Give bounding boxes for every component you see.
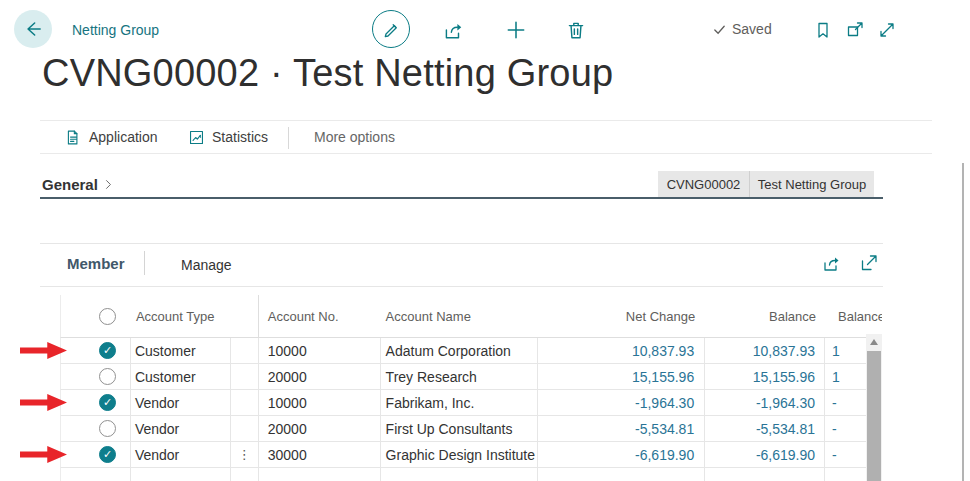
share-button[interactable] xyxy=(441,18,465,42)
open-in-new-icon xyxy=(859,253,879,273)
saved-label: Saved xyxy=(732,21,772,37)
application-action[interactable]: Application xyxy=(65,121,158,153)
more-options-action[interactable]: More options xyxy=(314,121,395,153)
statistics-label: Statistics xyxy=(212,129,268,145)
cell-balance[interactable]: -6,619.90 xyxy=(705,442,825,467)
row-select-checkbox[interactable]: ✓ xyxy=(99,342,116,359)
cell-net-change[interactable]: -5,534.81 xyxy=(538,416,705,441)
column-header-net-change[interactable]: Net Change xyxy=(538,295,705,337)
column-header-account-no[interactable]: Account No. xyxy=(259,295,381,337)
cell-account-name[interactable]: Trey Research xyxy=(381,364,539,389)
action-bar-divider xyxy=(288,127,289,149)
new-button[interactable] xyxy=(504,18,528,42)
row-ellipsis-icon[interactable]: ⋮ xyxy=(238,447,251,462)
cell-account-type[interactable]: Vendor xyxy=(131,416,231,441)
cell-account-no[interactable]: 30000 xyxy=(259,442,381,467)
pencil-icon xyxy=(381,19,401,39)
member-part-title[interactable]: Member xyxy=(67,255,125,272)
table-header-row: Account Type Account No. Account Name Ne… xyxy=(60,295,882,338)
cell-balance-lcy[interactable]: 1 xyxy=(825,338,866,363)
table-row[interactable]: ✓ Vendor ⋮ 30000 Graphic Design Institut… xyxy=(60,442,866,468)
table-row[interactable]: ✓ Customer ⋮ 20000 Trey Research 15,155.… xyxy=(60,364,866,390)
row-select-checkbox[interactable]: ✓ xyxy=(99,368,116,385)
select-all-radio[interactable] xyxy=(99,308,116,325)
cell-balance-lcy[interactable]: - xyxy=(825,390,866,415)
share-icon xyxy=(442,19,464,41)
open-in-window-button[interactable] xyxy=(844,19,866,41)
delete-button[interactable] xyxy=(564,18,588,42)
empty-cell xyxy=(259,468,381,481)
cell-net-change[interactable]: 15,155.96 xyxy=(538,364,705,389)
field-no-value[interactable]: CVNG00002 xyxy=(658,171,750,197)
cell-balance-lcy[interactable]: 1 xyxy=(825,364,866,389)
general-section-header[interactable]: General xyxy=(42,176,115,193)
column-header-balance[interactable]: Balance xyxy=(705,295,825,337)
table-row[interactable]: ✓ Vendor ⋮ 10000 Fabrikam, Inc. -1,964.3… xyxy=(60,390,866,416)
table-row-partial xyxy=(60,468,866,481)
cell-account-type[interactable]: Customer xyxy=(131,364,231,389)
member-share-button[interactable] xyxy=(820,252,842,274)
row-select-checkbox[interactable]: ✓ xyxy=(99,394,116,411)
member-focus-mode-button[interactable] xyxy=(858,252,880,274)
member-header-bottomline xyxy=(40,286,883,287)
cell-net-change[interactable]: -6,619.90 xyxy=(538,442,705,467)
expand-button[interactable] xyxy=(876,19,898,41)
app-caption[interactable]: Netting Group xyxy=(72,22,159,38)
cell-account-type[interactable]: Customer xyxy=(131,338,231,363)
page-title: CVNG00002 · Test Netting Group xyxy=(42,52,613,95)
statistics-action[interactable]: Statistics xyxy=(188,121,268,153)
empty-cell xyxy=(538,468,705,481)
cell-balance[interactable]: -1,964.30 xyxy=(705,390,825,415)
cell-net-change[interactable]: 10,837.93 xyxy=(538,338,705,363)
cell-net-change[interactable]: -1,964.30 xyxy=(538,390,705,415)
scrollbar-thumb[interactable] xyxy=(867,351,881,481)
table-body: ✓ Customer ⋮ 10000 Adatum Corporation 10… xyxy=(60,338,866,481)
field-name-value[interactable]: Test Netting Group xyxy=(750,171,874,197)
cell-account-no[interactable]: 10000 xyxy=(259,390,381,415)
cell-account-no[interactable]: 10000 xyxy=(259,338,381,363)
empty-cell xyxy=(381,468,539,481)
cell-account-no[interactable]: 20000 xyxy=(259,416,381,441)
cell-account-no[interactable]: 20000 xyxy=(259,364,381,389)
cell-account-name[interactable]: Adatum Corporation xyxy=(381,338,539,363)
table-row[interactable]: ✓ Vendor ⋮ 20000 First Up Consultants -5… xyxy=(60,416,866,442)
cell-balance-lcy[interactable]: - xyxy=(825,442,866,467)
edit-button[interactable] xyxy=(372,10,410,48)
column-header-balance-lcy[interactable]: Balance xyxy=(825,295,882,337)
application-icon xyxy=(65,129,82,146)
back-button[interactable] xyxy=(14,10,52,48)
saved-check-icon xyxy=(712,22,727,37)
column-header-account-name[interactable]: Account Name xyxy=(381,295,539,337)
manage-menu[interactable]: Manage xyxy=(181,257,232,273)
general-collapsed-fields: CVNG00002 Test Netting Group xyxy=(658,171,874,197)
empty-cell xyxy=(705,468,825,481)
chevron-right-icon xyxy=(102,178,115,191)
cell-balance-lcy[interactable]: - xyxy=(825,416,866,441)
action-bar: Application Statistics More options xyxy=(40,120,932,154)
empty-cell xyxy=(825,468,866,481)
cell-account-type[interactable]: Vendor xyxy=(131,442,231,467)
row-options-cell: ⋮ xyxy=(231,338,259,363)
cell-account-name[interactable]: Fabrikam, Inc. xyxy=(381,390,539,415)
row-options-cell: ⋮ xyxy=(231,364,259,389)
scrollbar-up-arrow-icon[interactable] xyxy=(866,334,882,349)
row-select-checkbox[interactable]: ✓ xyxy=(99,420,116,437)
member-header-divider xyxy=(144,251,145,275)
table-row[interactable]: ✓ Customer ⋮ 10000 Adatum Corporation 10… xyxy=(60,338,866,364)
row-select-checkbox[interactable]: ✓ xyxy=(99,446,116,463)
check-icon: ✓ xyxy=(103,449,112,460)
cell-account-name[interactable]: Graphic Design Institute xyxy=(381,442,539,467)
cell-balance[interactable]: 10,837.93 xyxy=(705,338,825,363)
empty-cell xyxy=(61,468,131,481)
window-right-edge xyxy=(962,163,964,481)
cell-balance[interactable]: 15,155.96 xyxy=(705,364,825,389)
bookmark-button[interactable] xyxy=(812,19,834,41)
cell-account-name[interactable]: First Up Consultants xyxy=(381,416,539,441)
back-arrow-icon xyxy=(22,18,44,40)
cell-account-type[interactable]: Vendor xyxy=(131,390,231,415)
cell-balance[interactable]: -5,534.81 xyxy=(705,416,825,441)
share-icon xyxy=(821,253,841,273)
trash-icon xyxy=(565,19,587,41)
column-header-account-type[interactable]: Account Type xyxy=(131,295,231,337)
vertical-scrollbar[interactable] xyxy=(866,334,882,481)
